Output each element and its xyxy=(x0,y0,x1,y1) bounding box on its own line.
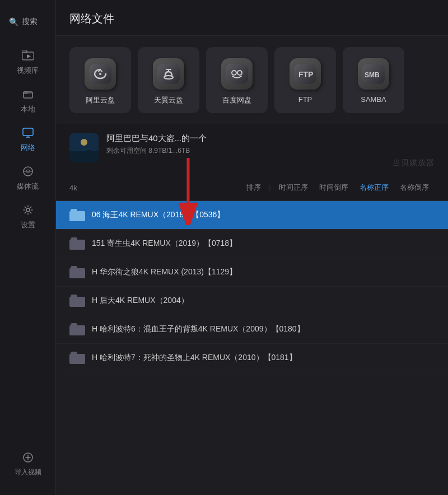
svg-text:FTP: FTP xyxy=(298,70,313,79)
search-button[interactable]: 🔍 搜索 xyxy=(0,11,55,32)
sidebar-item-label: 视频库 xyxy=(17,66,39,76)
thumbnail-image xyxy=(69,133,99,162)
file-name: H 哈利波特7：死神的圣物上4K REMUX（2010）【0181】 xyxy=(92,353,435,363)
cloud-card-tianyi[interactable]: 天翼云盘 xyxy=(138,47,199,113)
sidebar-item-label: 本地 xyxy=(21,104,35,114)
header: 网络文件 xyxy=(56,0,448,36)
file-item[interactable]: H 后天4K REMUX（2004） xyxy=(56,287,448,315)
sidebar-item-label: 设置 xyxy=(21,220,35,230)
cloud-card-aliyun[interactable]: 阿里云盘 xyxy=(69,47,131,113)
ftp-label: FTP xyxy=(298,95,312,104)
folder-icon xyxy=(69,266,85,278)
sidebar-item-video-lib[interactable]: 视频库 xyxy=(0,44,55,82)
sidebar-item-network[interactable]: 网络 xyxy=(0,121,55,160)
samba-icon: SMB xyxy=(358,58,389,90)
file-name: 151 寄生虫4K REMUX（2019）【0718】 xyxy=(92,239,435,249)
sort-divider-1: ｜ xyxy=(267,183,273,193)
file-item[interactable]: H 哈利波特6：混血王子的背叛4K REMUX（2009）【0180】 xyxy=(56,315,448,344)
sort-name-asc[interactable]: 名称正序 xyxy=(354,180,394,195)
file-list: 06 海王4K REMUX（2018）【0536】 151 寄生虫4K REMU… xyxy=(56,201,448,495)
cloud-card-samba[interactable]: SMB SAMBA xyxy=(343,47,404,113)
sidebar-item-settings[interactable]: 设置 xyxy=(0,198,55,237)
page-title: 网络文件 xyxy=(69,12,114,25)
svg-rect-16 xyxy=(157,64,180,84)
middle-area: 阿里巴巴与40大盗...的一个 剩余可用空间 8.9TB/1...6TB 当贝媒… xyxy=(56,124,448,175)
import-label: 导入视频 xyxy=(15,468,41,477)
svg-point-15 xyxy=(99,73,101,75)
file-name: H 华尔街之狼4K REMUX (2013)【1129】 xyxy=(92,267,435,277)
sidebar-item-label: 媒体流 xyxy=(17,181,39,192)
sidebar-bottom: 导入视频 xyxy=(0,446,55,495)
svg-point-26 xyxy=(71,152,97,159)
sort-options: 排序 ｜ 时间正序 时间倒序 名称正序 名称倒序 xyxy=(241,180,435,195)
folder-icon xyxy=(69,237,85,250)
sort-name-desc[interactable]: 名称倒序 xyxy=(394,180,435,195)
svg-point-10 xyxy=(26,208,30,212)
sort-time-asc[interactable]: 时间正序 xyxy=(273,180,314,195)
import-video-button[interactable]: 导入视频 xyxy=(0,446,55,484)
profile-space: 剩余可用空间 8.9TB/1...6TB xyxy=(106,146,435,156)
file-item[interactable]: H 哈利波特7：死神的圣物上4K REMUX（2010）【0181】 xyxy=(56,344,448,372)
baidu-label: 百度网盘 xyxy=(222,95,251,105)
arrow-overlay xyxy=(178,158,198,225)
folder-icon xyxy=(69,209,85,221)
main-content: 网络文件 阿里云盘 xyxy=(56,0,448,495)
search-icon: 🔍 xyxy=(9,17,18,26)
samba-label: SAMBA xyxy=(361,95,386,104)
cloud-services-grid: 阿里云盘 天翼云盘 xyxy=(56,36,448,124)
tianyi-icon xyxy=(153,58,184,90)
network-icon xyxy=(22,128,34,141)
cloud-card-ftp[interactable]: FTP FTP xyxy=(274,47,336,113)
search-label: 搜索 xyxy=(22,17,38,27)
sidebar-item-local[interactable]: 本地 xyxy=(0,82,55,121)
svg-rect-27 xyxy=(69,133,99,162)
media-stream-icon xyxy=(22,166,34,179)
svg-point-28 xyxy=(81,139,87,146)
sidebar: 🔍 搜索 视频库 本地 xyxy=(0,0,56,495)
aliyun-label: 阿里云盘 xyxy=(86,95,115,105)
svg-rect-18 xyxy=(226,64,248,84)
folder-icon xyxy=(69,352,85,364)
file-item[interactable]: 151 寄生虫4K REMUX（2019）【0718】 xyxy=(56,230,448,258)
sort-bar: 4k 排序 ｜ 时间正序 时间倒序 名称正序 名称倒序 xyxy=(56,175,448,201)
import-icon xyxy=(23,452,33,465)
file-name: H 后天4K REMUX（2004） xyxy=(92,296,435,306)
file-name: H 哈利波特6：混血王子的背叛4K REMUX（2009）【0180】 xyxy=(92,324,435,334)
tianyi-label: 天翼云盘 xyxy=(154,95,183,105)
ftp-icon: FTP xyxy=(290,58,321,90)
profile-info: 阿里巴巴与40大盗...的一个 剩余可用空间 8.9TB/1...6TB xyxy=(106,133,435,156)
red-arrow-icon xyxy=(178,158,198,225)
aliyun-icon xyxy=(85,58,116,90)
svg-marker-2 xyxy=(27,54,31,58)
sort-default[interactable]: 排序 xyxy=(241,180,267,195)
svg-rect-5 xyxy=(23,128,33,136)
file-item[interactable]: 06 海王4K REMUX（2018）【0536】 xyxy=(56,201,448,230)
sidebar-item-label: 网络 xyxy=(21,143,35,153)
svg-rect-1 xyxy=(22,50,27,53)
file-item[interactable]: H 华尔街之狼4K REMUX (2013)【1129】 xyxy=(56,258,448,287)
profile-thumbnail[interactable] xyxy=(69,133,99,162)
settings-icon xyxy=(23,205,33,218)
local-icon xyxy=(23,89,33,102)
watermark: 当贝媒放器 xyxy=(393,158,435,168)
sort-time-desc[interactable]: 时间倒序 xyxy=(314,180,354,195)
sort-label-4k: 4k xyxy=(69,184,77,192)
file-name: 06 海王4K REMUX（2018）【0536】 xyxy=(92,210,435,220)
baidu-icon xyxy=(221,58,253,90)
folder-icon xyxy=(69,295,85,307)
cloud-card-baidu[interactable]: 百度网盘 xyxy=(206,47,268,113)
sidebar-item-media-stream[interactable]: 媒体流 xyxy=(0,160,55,198)
video-lib-icon xyxy=(22,50,34,63)
profile-name: 阿里巴巴与40大盗...的一个 xyxy=(106,133,435,144)
svg-text:SMB: SMB xyxy=(365,71,380,79)
folder-icon xyxy=(69,323,85,335)
